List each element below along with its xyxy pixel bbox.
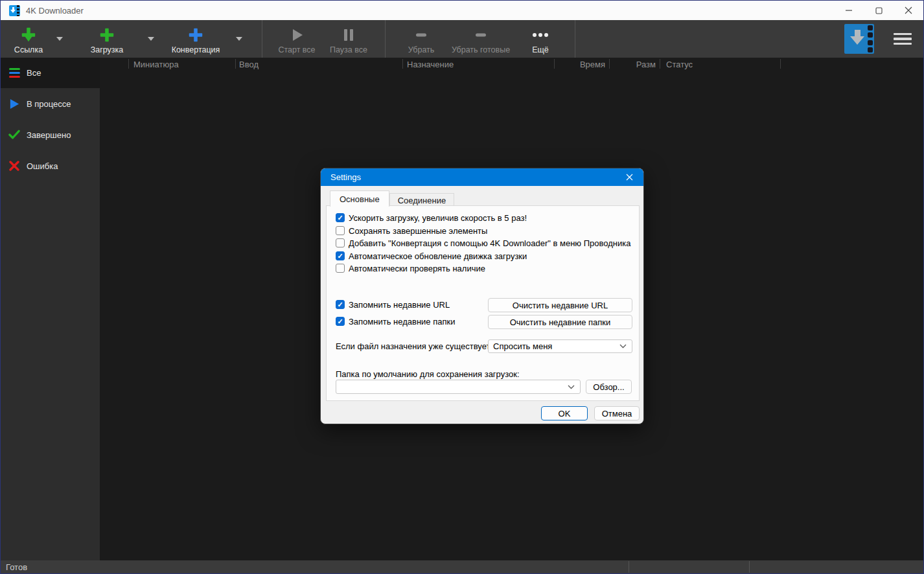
general-tab-panel: ✓ Ускорить загрузку, увеличив скорость в… [326, 205, 640, 401]
close-button[interactable] [894, 1, 923, 20]
column-size[interactable]: Разм [636, 60, 656, 69]
checkbox-row-remember-urls[interactable]: ✓ Запомнить недавние URL [336, 298, 450, 311]
app-icon [9, 5, 20, 16]
add-link-icon [20, 26, 37, 44]
toolbar-separator [575, 20, 575, 58]
clear-recent-urls-button[interactable]: Очистить недавние URL [488, 298, 632, 312]
explorer-menu-checkbox[interactable]: ✓ [336, 238, 345, 247]
minimize-button[interactable] [834, 1, 864, 20]
sidebar-item-label: Ошибка [27, 161, 58, 171]
remove-completed-icon [474, 26, 488, 44]
toolbar-separator [262, 20, 262, 58]
browse-button[interactable]: Обзор... [586, 380, 632, 394]
accelerate-checkbox[interactable]: ✓ [336, 213, 345, 222]
window-title: 4K Downloader [26, 6, 84, 16]
remove-button[interactable]: Убрать [398, 20, 444, 58]
add-download-button[interactable]: Загрузка [81, 20, 133, 58]
default-folder-combobox[interactable] [336, 380, 581, 394]
status-text: Готов [6, 562, 27, 572]
start-all-button[interactable]: Старт все [272, 20, 321, 58]
completed-icon [8, 130, 20, 140]
checkbox-row-accelerate[interactable]: ✓ Ускорить загрузку, увеличив скорость в… [336, 211, 527, 224]
hamburger-menu-button[interactable] [892, 29, 913, 49]
app-window: 4K Downloader Ссылка [0, 0, 924, 574]
sidebar-item-label: В процессе [27, 99, 71, 109]
maximize-button[interactable] [864, 1, 894, 20]
column-time[interactable]: Время [580, 60, 605, 69]
error-icon [8, 161, 20, 171]
filter-sidebar: Все В процессе Завершено Ошибка [1, 58, 100, 560]
pause-all-button[interactable]: Пауза все [324, 20, 373, 58]
settings-tabs: Основные Соединение [330, 190, 454, 207]
remove-completed-button[interactable]: Убрать готовые [445, 20, 516, 58]
add-link-dropdown-caret[interactable] [53, 20, 66, 58]
dialog-title: Settings [330, 172, 361, 182]
keep-completed-checkbox[interactable]: ✓ [336, 226, 345, 235]
tab-general[interactable]: Основные [330, 190, 389, 207]
add-download-dropdown-caret[interactable] [144, 20, 157, 58]
sidebar-item-all[interactable]: Все [1, 58, 100, 88]
ok-button[interactable]: OK [541, 406, 588, 420]
statusbar-divider [629, 561, 629, 573]
sidebar-item-completed[interactable]: Завершено [1, 119, 100, 150]
overwrite-select-value: Спросить меня [493, 341, 552, 351]
statusbar-divider [749, 561, 750, 573]
auto-check-checkbox[interactable]: ✓ [336, 264, 345, 273]
checkbox-row-auto-check[interactable]: ✓ Автоматически проверять наличие [336, 262, 485, 275]
tab-connection[interactable]: Соединение [389, 193, 455, 207]
chevron-down-icon [568, 385, 575, 389]
column-destination[interactable]: Назначение [407, 60, 454, 69]
add-link-button[interactable]: Ссылка [7, 20, 50, 58]
remember-folders-checkbox[interactable]: ✓ [336, 317, 345, 326]
dialog-close-button[interactable] [621, 170, 637, 185]
add-conversion-button[interactable]: Конвертация [165, 20, 227, 58]
sidebar-item-error[interactable]: Ошибка [1, 150, 100, 181]
overwrite-select[interactable]: Спросить меня [488, 339, 632, 353]
in-progress-icon [8, 98, 20, 109]
add-download-icon [98, 26, 115, 44]
add-conversion-dropdown-caret[interactable] [233, 20, 246, 58]
default-folder-label: Папка по умолчанию для сохранения загруз… [336, 369, 520, 379]
filter-all-icon [8, 68, 20, 78]
column-status[interactable]: Статус [666, 60, 693, 69]
remember-urls-checkbox[interactable]: ✓ [336, 300, 345, 309]
checkbox-row-keep-completed[interactable]: ✓ Сохранять завершенные элементы [336, 224, 487, 237]
sidebar-item-label: Завершено [27, 130, 71, 140]
dialog-titlebar[interactable]: Settings [321, 168, 643, 186]
cancel-button[interactable]: Отмена [594, 406, 640, 420]
main-toolbar: Ссылка Загрузка Конвертация [1, 20, 923, 58]
list-header: Миниатюра Ввод Назначение Время Разм Ста… [100, 58, 923, 72]
play-icon [289, 26, 305, 44]
app-logo [844, 24, 874, 54]
column-input[interactable]: Ввод [239, 60, 259, 69]
sidebar-item-label: Все [27, 68, 41, 78]
column-thumbnail[interactable]: Миниатюра [133, 60, 179, 69]
ellipsis-icon [532, 26, 549, 44]
settings-dialog: Settings Основные Соединение ✓ Ускорить … [320, 168, 644, 424]
chevron-down-icon [619, 344, 627, 349]
status-bar: Готов [1, 560, 923, 573]
pause-icon [341, 26, 356, 44]
clear-recent-folders-button[interactable]: Очистить недавние папки [488, 315, 632, 329]
more-button[interactable]: Ещё [524, 20, 557, 58]
checkbox-row-explorer-menu[interactable]: ✓ Добавить "Конвертация с помощью 4K Dow… [336, 236, 630, 249]
add-conversion-icon [187, 26, 204, 44]
remove-icon [414, 26, 428, 44]
sidebar-item-in-progress[interactable]: В процессе [1, 88, 100, 119]
checkbox-row-engine-update[interactable]: ✓ Автоматическое обновление движка загру… [336, 249, 527, 262]
checkbox-row-remember-folders[interactable]: ✓ Запомнить недавние папки [336, 315, 455, 328]
toolbar-separator [385, 20, 386, 58]
engine-update-checkbox[interactable]: ✓ [336, 251, 345, 260]
overwrite-label: Если файл назначения уже существует, [336, 341, 492, 351]
window-titlebar: 4K Downloader [1, 1, 923, 20]
